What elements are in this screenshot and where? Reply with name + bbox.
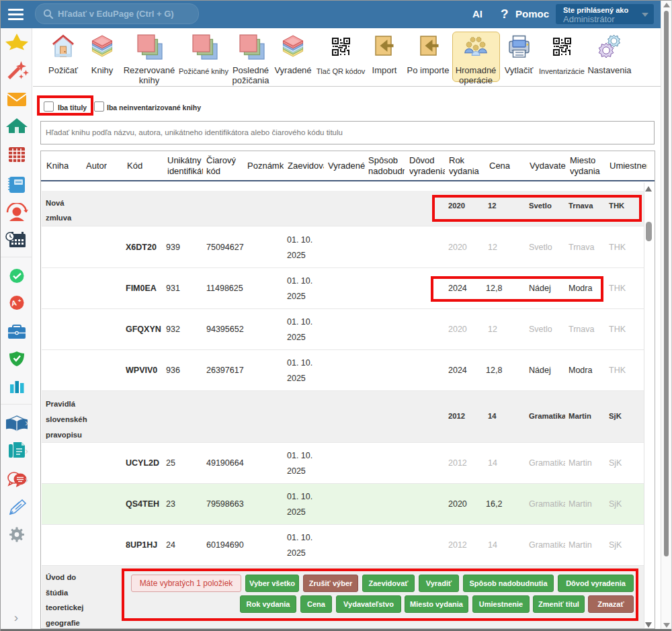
svg-text:+: + bbox=[18, 298, 22, 304]
